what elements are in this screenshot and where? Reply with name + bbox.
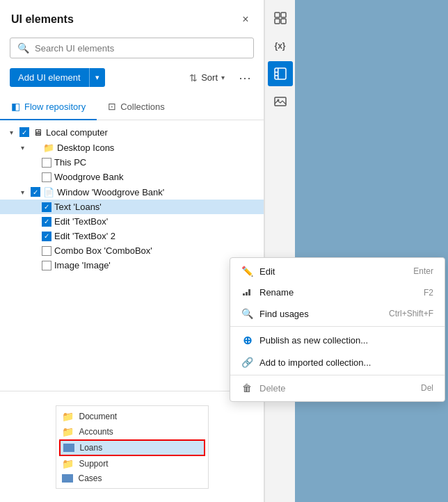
preview-label-cases: Cases: [79, 473, 102, 483]
more-options-button[interactable]: ⋯: [236, 69, 254, 87]
collections-tab-label: Collections: [120, 102, 165, 112]
preview-label-accounts: Accounts: [79, 427, 113, 437]
sidebar-icon-images[interactable]: [268, 89, 293, 114]
menu-shortcut-edit: Enter: [413, 266, 433, 276]
menu-label-rename: Rename: [259, 287, 417, 298]
tab-flow-repository[interactable]: ◧ Flow repository: [0, 94, 97, 120]
svg-rect-0: [243, 293, 245, 295]
tree-item-woodgrove-bank[interactable]: Woodgrove Bank: [0, 170, 264, 184]
checkbox-text-loans[interactable]: [42, 202, 51, 212]
tree-item-image[interactable]: Image 'Image': [0, 258, 264, 273]
preview-pane: 📁 Document 📁 Accounts Loans 📁 Support Ca…: [0, 391, 264, 502]
add-button-group: Add UI element ▾: [10, 68, 105, 87]
checkbox-this-pc[interactable]: [42, 158, 51, 168]
svg-rect-6: [281, 19, 286, 24]
preview-table-icon-loans: [63, 444, 74, 452]
checkbox-local[interactable]: [19, 127, 29, 137]
tree-item-desktop-icons[interactable]: ▾ 📁 Desktop Icons: [0, 140, 264, 155]
chevron-desktop-icon: ▾: [17, 142, 28, 153]
tree-item-local-computer[interactable]: ▾ 🖥 Local computer: [0, 124, 264, 140]
menu-item-publish[interactable]: ⊕ Publish as new collection...: [230, 329, 445, 352]
label-desktop-icons: Desktop Icons: [57, 143, 114, 153]
find-icon: 🔍: [241, 308, 253, 319]
search-box: 🔍: [10, 38, 254, 58]
tree-item-window-woodgrove[interactable]: ▾ 📄 Window 'Woodgrove Bank': [0, 184, 264, 200]
preview-row-loans: Loans: [59, 439, 205, 456]
preview-folder-icon: 📁: [62, 411, 74, 422]
menu-item-delete[interactable]: 🗑 Delete Del: [230, 378, 445, 398]
sidebar-icon-elements[interactable]: [268, 6, 293, 31]
label-local-computer: Local computer: [46, 127, 108, 138]
search-icon: 🔍: [17, 42, 29, 54]
svg-rect-10: [275, 75, 278, 76]
svg-rect-3: [275, 13, 280, 17]
delete-icon: 🗑: [241, 382, 253, 394]
svg-rect-2: [248, 289, 250, 295]
checkbox-combobox[interactable]: [42, 246, 51, 256]
preview-row-accounts: 📁 Accounts: [59, 424, 205, 439]
chevron-local-icon: ▾: [6, 127, 17, 138]
tree-item-edit-textbox2[interactable]: Edit 'TextBox' 2: [0, 229, 264, 243]
preview-label-support: Support: [79, 459, 109, 469]
add-import-icon: 🔗: [241, 357, 253, 368]
preview-folder-icon-accounts: 📁: [62, 426, 74, 437]
tree-item-combobox[interactable]: Combo Box 'ComboBox': [0, 243, 264, 258]
computer-icon: 🖥: [32, 127, 43, 138]
label-edit-textbox: Edit 'TextBox': [54, 216, 108, 227]
menu-item-add-import[interactable]: 🔗 Add to imported collection...: [230, 352, 445, 373]
context-menu: ✏️ Edit Enter Rename F2 🔍 Find usages Ct…: [230, 257, 445, 402]
menu-item-edit[interactable]: ✏️ Edit Enter: [230, 261, 445, 282]
rename-icon: [241, 286, 253, 298]
menu-shortcut-find: Ctrl+Shift+F: [389, 309, 433, 318]
checkbox-window[interactable]: [31, 187, 40, 197]
svg-rect-9: [275, 72, 278, 73]
preview-row-support: 📁 Support: [59, 456, 205, 471]
checkbox-image[interactable]: [42, 261, 51, 270]
sidebar-icon-ui[interactable]: [268, 61, 293, 86]
menu-item-find[interactable]: 🔍 Find usages Ctrl+Shift+F: [230, 303, 445, 324]
checkbox-woodgrove[interactable]: [42, 172, 51, 182]
label-combobox: Combo Box 'ComboBox': [54, 245, 152, 256]
flow-tab-icon: ◧: [11, 101, 20, 112]
preview-label-document: Document: [79, 412, 118, 421]
collections-tab-icon: ⊡: [108, 101, 116, 112]
add-ui-element-button[interactable]: Add UI element: [10, 68, 89, 87]
search-input[interactable]: [35, 43, 246, 54]
preview-row-document: 📁 Document: [59, 409, 205, 424]
edit-icon: ✏️: [241, 266, 253, 277]
main-content-area: [295, 0, 448, 502]
tree-item-this-pc[interactable]: This PC: [0, 155, 264, 170]
sort-label: Sort: [201, 72, 218, 83]
folder-icon: 📁: [43, 142, 54, 153]
tabs: ◧ Flow repository ⊡ Collections: [0, 94, 264, 120]
tree-view: ▾ 🖥 Local computer ▾ 📁 Desktop Icons Thi…: [0, 120, 264, 391]
sort-chevron-icon: ▾: [221, 74, 225, 81]
label-window-woodgrove: Window 'Woodgrove Bank': [57, 187, 164, 197]
tab-collections[interactable]: ⊡ Collections: [97, 94, 176, 120]
close-button[interactable]: ×: [237, 11, 254, 28]
menu-label-find: Find usages: [259, 309, 382, 319]
menu-label-publish: Publish as new collection...: [259, 335, 433, 346]
panel-title: UI elements: [11, 13, 74, 26]
menu-item-rename[interactable]: Rename F2: [230, 282, 445, 303]
svg-rect-8: [278, 68, 279, 79]
add-ui-element-chevron[interactable]: ▾: [89, 68, 105, 87]
window-icon: 📄: [43, 186, 54, 197]
label-woodgrove-bank: Woodgrove Bank: [54, 172, 124, 182]
toolbar: Add UI element ▾ ⇅ Sort ▾ ⋯: [0, 65, 264, 94]
checkbox-edit-textbox[interactable]: [42, 217, 51, 227]
menu-divider-2: [230, 375, 445, 375]
label-image: Image 'Image': [54, 260, 111, 270]
preview-label-loans: Loans: [80, 443, 103, 453]
checkbox-edit-textbox2[interactable]: [42, 232, 51, 241]
sort-button[interactable]: ⇅ Sort ▾: [185, 70, 229, 86]
right-sidebar: {x}: [264, 0, 295, 502]
svg-rect-7: [275, 68, 286, 79]
preview-content: 📁 Document 📁 Accounts Loans 📁 Support Ca…: [56, 405, 209, 489]
tree-item-edit-textbox[interactable]: Edit 'TextBox': [0, 214, 264, 229]
tree-item-text-loans[interactable]: Text 'Loans': [0, 200, 264, 214]
menu-label-delete: Delete: [259, 383, 414, 394]
svg-rect-1: [246, 292, 248, 295]
sidebar-icon-variables[interactable]: {x}: [268, 33, 293, 58]
label-this-pc: This PC: [54, 157, 86, 168]
